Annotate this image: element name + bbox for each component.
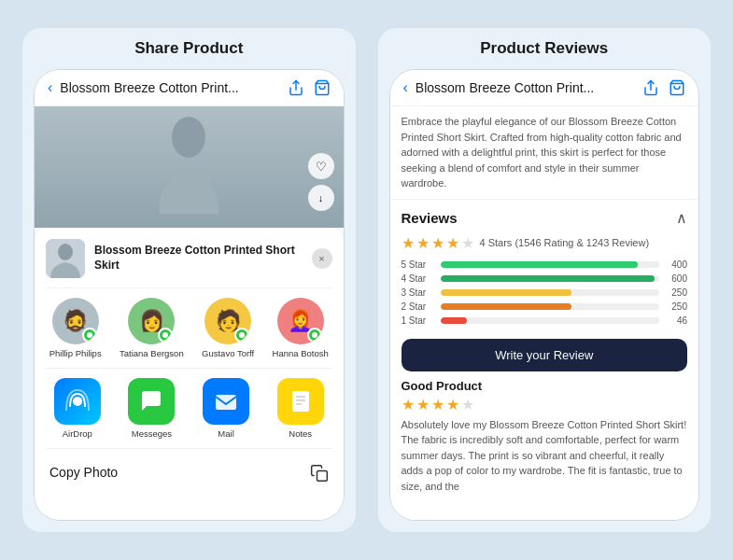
reviews-phone-header: ‹ Blossom Breeze Cotton Print... (390, 70, 699, 106)
close-share-button[interactable]: × (312, 248, 332, 269)
svg-rect-11 (317, 470, 327, 481)
scroll-button[interactable]: ↓ (308, 185, 334, 211)
product-thumbnail (46, 239, 85, 278)
contact-name-tatiana: Tatiana Bergson (120, 348, 184, 358)
star-bar-track-4 (441, 275, 660, 282)
featured-review: Good Product ★ ★ ★ ★ ★ Absolutely love m… (402, 379, 688, 495)
star-bar-1: 1 Star 46 (402, 315, 688, 326)
contact-phillip[interactable]: 🧔 Phillip Philips (49, 298, 102, 358)
write-review-button[interactable]: Write your Review (402, 339, 688, 371)
contact-name-phillip: Phillip Philips (49, 348, 102, 358)
svg-point-2 (172, 117, 205, 158)
reviews-panel-title: Product Reviews (480, 39, 608, 58)
product-reviews-panel: Product Reviews ‹ Blossom Breeze Cotton … (378, 28, 712, 532)
star-bar-count-2: 250 (665, 301, 687, 312)
message-badge-4 (307, 328, 322, 343)
star-bar-label-2: 2 Star (402, 301, 435, 312)
svg-rect-6 (216, 395, 236, 410)
airdrop-icon (54, 378, 101, 425)
contact-gustavo[interactable]: 🧑 Gustavo Torff (202, 298, 254, 358)
share-sheet: Blossom Breeze Cotton Printed Short Skir… (35, 228, 344, 520)
apps-row: AirDrop Messeges (46, 378, 332, 449)
contacts-row: 🧔 Phillip Philips 👩 Tatiana Bergson 🧑 (46, 298, 332, 369)
contact-avatar-phillip: 🧔 (52, 298, 99, 344)
stars-summary: ★ ★ ★ ★ ★ 4 Stars (1546 Rating & 1243 Re… (402, 234, 688, 252)
person-image (35, 106, 344, 228)
message-badge-3 (234, 328, 249, 343)
review-text: Absolutely love my Blossom Breeze Cotton… (402, 417, 688, 495)
mail-icon (203, 378, 249, 425)
product-title: Blossom Breeze Cotton Print... (60, 80, 279, 95)
reviews-phone-frame: ‹ Blossom Breeze Cotton Print... Embrace… (389, 69, 700, 521)
contact-avatar-gustavo: 🧑 (204, 298, 251, 344)
star-1: ★ (402, 234, 415, 252)
messages-app[interactable]: Messeges (128, 378, 175, 439)
notes-app[interactable]: Notes (277, 378, 324, 439)
star-bar-4: 4 Star 600 (402, 273, 688, 284)
star-bar-track-5 (441, 261, 660, 268)
share-product-name: Blossom Breeze Cotton Printed Short Skir… (94, 244, 303, 273)
share-product-row: Blossom Breeze Cotton Printed Short Skir… (46, 239, 332, 288)
svg-point-5 (73, 397, 82, 406)
contact-hanna[interactable]: 👩‍🦰 Hanna Botosh (273, 298, 329, 358)
star-bar-fill-1 (441, 317, 467, 324)
heart-button[interactable]: ♡ (308, 153, 334, 179)
product-image: ♡ ↓ (35, 106, 344, 228)
review-stars: ★ ★ ★ ★ ★ (402, 396, 688, 413)
copy-label: Copy Photo (49, 465, 118, 480)
star-bar-fill-5 (441, 261, 638, 268)
copy-row[interactable]: Copy Photo (46, 456, 332, 487)
svg-rect-7 (292, 391, 309, 412)
share-phone-frame: ‹ Blossom Breeze Cotton Print... ♡ ↓ (34, 69, 345, 521)
contact-name-hanna: Hanna Botosh (273, 348, 329, 358)
reviews-header-icons (642, 79, 685, 96)
share-icon[interactable] (288, 79, 304, 96)
copy-icon (310, 462, 329, 482)
star-bar-fill-3 (441, 289, 572, 296)
reviews-section: Reviews ∧ ★ ★ ★ ★ ★ 4 Stars (1546 Rating… (390, 200, 699, 521)
reviews-header: Reviews ∧ (402, 209, 688, 227)
reviews-collapse-icon[interactable]: ∧ (676, 209, 687, 227)
star-bar-count-5: 400 (665, 259, 687, 270)
bag-icon[interactable] (314, 79, 331, 96)
star-bar-5: 5 Star 400 (402, 259, 688, 270)
star-bar-3: 3 Star 250 (402, 287, 688, 298)
header-icons (288, 79, 331, 96)
svg-point-4 (58, 244, 73, 260)
star-3: ★ (431, 234, 444, 252)
reviews-back-button[interactable]: ‹ (403, 79, 408, 96)
share-panel-title: Share Product (134, 39, 243, 58)
review-title: Good Product (402, 379, 688, 393)
average-stars: ★ ★ ★ ★ ★ (402, 234, 474, 252)
product-description: Embrace the playful elegance of our Blos… (390, 106, 699, 200)
star-bar-2: 2 Star 250 (402, 301, 688, 312)
contact-avatar-tatiana: 👩 (128, 298, 175, 344)
reviews-share-icon[interactable] (642, 79, 659, 96)
reviews-product-title: Blossom Breeze Cotton Print... (416, 80, 635, 95)
airdrop-label: AirDrop (63, 428, 92, 439)
share-phone-header: ‹ Blossom Breeze Cotton Print... (35, 70, 344, 106)
star-bar-label-3: 3 Star (402, 287, 435, 298)
star-bar-label-1: 1 Star (402, 315, 435, 326)
rating-text: 4 Stars (1546 Rating & 1243 Review) (480, 237, 650, 248)
star-bar-track-2 (441, 303, 660, 310)
star-bar-track-1 (441, 317, 660, 324)
star-4: ★ (446, 234, 459, 252)
contact-tatiana[interactable]: 👩 Tatiana Bergson (120, 298, 184, 358)
messages-label: Messeges (132, 428, 172, 439)
contact-avatar-hanna: 👩‍🦰 (277, 298, 324, 344)
share-product-info: Blossom Breeze Cotton Printed Short Skir… (94, 244, 303, 273)
mail-app[interactable]: Mail (203, 378, 249, 439)
contact-name-gustavo: Gustavo Torff (202, 348, 254, 358)
star-bars: 5 Star 400 4 Star 600 3 Star (402, 259, 688, 326)
star-5: ★ (461, 234, 474, 252)
star-bar-track-3 (441, 289, 660, 296)
star-bar-fill-2 (441, 303, 572, 310)
reviews-bag-icon[interactable] (669, 79, 685, 96)
airdrop-app[interactable]: AirDrop (54, 378, 101, 439)
share-product-panel: Share Product ‹ Blossom Breeze Cotton Pr… (22, 28, 356, 532)
back-button[interactable]: ‹ (48, 79, 52, 96)
notes-icon (277, 378, 324, 425)
messages-icon (128, 378, 175, 425)
reviews-section-title: Reviews (402, 210, 458, 226)
